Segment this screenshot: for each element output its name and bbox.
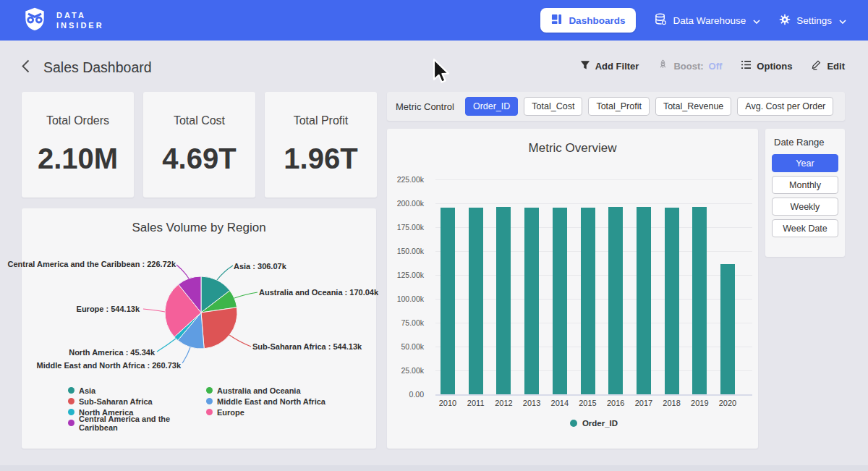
chevron-down-icon [839,15,846,26]
metric-control-bar: Metric Control Order_ID Total_Cost Total… [387,92,845,121]
bar-plot-area [435,179,752,394]
bar-2018[interactable] [665,208,679,394]
top-nav: DATAINSIDER Dashboards [0,0,868,41]
y-tick-label: 75.00k [401,318,424,327]
metric-chip-total-cost[interactable]: Total_Cost [524,97,582,116]
legend-item-europe[interactable]: Europe [206,407,326,417]
pie-legend: Asia Sub-Saharan Africa North America Ce… [68,385,326,428]
bar-2016[interactable] [608,207,623,394]
brand-name: DATAINSIDER [56,10,104,30]
y-tick-label: 150.00k [397,247,424,255]
legend-item-mena[interactable]: Middle East and North Africa [206,396,326,407]
pie-chart-card: Sales Volume by Region Asia : 306.07k Au… [22,208,376,449]
database-icon [655,13,667,27]
legend-dot [206,409,213,415]
y-tick-label: 225.00k [397,175,424,184]
x-tick-label: 2020 [713,399,742,407]
bar-2012[interactable] [496,207,511,394]
pie-leader-line [176,265,189,279]
data-warehouse-menu[interactable]: Data Warehouse [655,13,760,27]
date-range-monthly[interactable]: Monthly [772,176,838,194]
metric-control-label: Metric Control [396,101,454,112]
y-tick-label: 25.00k [401,366,424,375]
brand-logo[interactable]: DATAINSIDER [22,6,104,35]
x-tick-label: 2019 [685,399,714,407]
x-tick-label: 2018 [658,399,686,407]
edit-button[interactable]: Edit [811,59,845,72]
chevron-down-icon [753,15,760,26]
pie-slice-sub-saharan-africa[interactable] [201,307,237,349]
legend-item-sub-saharan-africa[interactable]: Sub-Saharan Africa [68,396,206,407]
edit-pencil-icon [811,59,822,72]
metric-chip-order-id[interactable]: Order_ID [465,97,518,116]
metric-chip-total-revenue[interactable]: Total_Revenue [655,97,731,116]
pie-leader-line [229,335,251,347]
bar-2020[interactable] [720,264,735,394]
x-tick-label: 2014 [545,399,574,407]
pie-callout-asia: Asia : 306.07k [234,262,286,271]
page-title: Sales Dashboard [43,59,152,76]
options-list-icon [741,60,752,72]
legend-dot [68,420,75,426]
date-range-week-date[interactable]: Week Date [772,219,838,237]
x-tick-label: 2010 [433,399,462,407]
legend-dot [570,420,577,427]
bar-2019[interactable] [692,207,707,394]
pie-leader-line [143,309,165,312]
x-tick-label: 2012 [489,399,518,407]
x-tick-label: 2013 [517,399,546,407]
kpi-card-total-orders: Total Orders 2.10M [22,92,134,198]
boost-toggle[interactable]: Boost: Off [658,59,722,72]
y-tick-label: 50.00k [401,342,424,351]
date-range-year[interactable]: Year [772,154,838,172]
date-range-label: Date Range [774,137,838,148]
bar-chart-title: Metric Overview [387,129,758,156]
add-filter-button[interactable]: Add Filter [580,60,639,72]
legend-item-central-america[interactable]: Central America and the Caribbean [68,417,206,428]
back-button[interactable] [20,56,31,78]
kpi-value: 1.96T [284,143,357,175]
pie-callout-australia: Australia and Oceania : 170.04k [259,288,378,297]
bar-2015[interactable] [581,208,595,394]
options-button[interactable]: Options [741,60,792,72]
pie-leader-line [182,347,190,363]
bar-2017[interactable] [637,207,651,394]
legend-dot [68,398,75,404]
bar-legend-order-id[interactable]: Order_ID [435,419,752,428]
legend-dot [206,387,213,394]
legend-item-asia[interactable]: Asia [68,385,206,396]
legend-dot [206,398,213,404]
x-tick-label: 2017 [629,399,658,407]
filter-funnel-icon [580,60,590,72]
owl-logo-icon [22,6,48,35]
x-tick-label: 2016 [601,399,630,407]
settings-menu[interactable]: Settings [779,14,846,27]
date-range-panel: Date Range Year Monthly Weekly Week Date [765,129,845,257]
kpi-value: 2.10M [38,143,118,175]
legend-item-australia-oceania[interactable]: Australia and Oceania [206,385,326,396]
bar-chart-card: Metric Overview 225.00k200.00k175.00k150… [387,129,758,449]
kpi-card-total-cost: Total Cost 4.69T [143,92,255,198]
pie-callout-mena: Middle East and North Africa : 260.73k [37,361,181,370]
kpi-card-total-profit: Total Profit 1.96T [265,92,377,198]
back-chevron-icon [22,59,30,75]
bar-2010[interactable] [441,208,455,394]
y-axis-ticks: 225.00k200.00k175.00k150.00k125.00k100.0… [387,179,430,394]
kpi-value: 4.69T [162,143,236,175]
bar-2013[interactable] [524,208,539,394]
pie-callout-sub-saharan: Sub-Saharan Africa : 544.13k [252,342,362,351]
boost-value: Off [709,61,723,72]
nav-right: Dashboards Data Warehouse [540,8,846,33]
y-tick-label: 100.00k [397,294,424,303]
date-range-weekly[interactable]: Weekly [772,198,838,216]
metric-chip-avg-cost-per-order[interactable]: Avg. Cost per Order [737,97,833,116]
x-axis-labels: 2010201120122013201420152016201720182019… [435,399,752,409]
dashboards-button[interactable]: Dashboards [540,8,636,33]
x-tick-label: 2011 [461,399,490,407]
y-tick-label: 200.00k [397,199,424,208]
kpi-label: Total Orders [46,114,109,127]
metric-chip-total-profit[interactable]: Total_Profit [588,97,650,116]
y-tick-label: 125.00k [397,271,424,279]
bar-2014[interactable] [553,208,567,394]
bar-2011[interactable] [469,208,483,394]
